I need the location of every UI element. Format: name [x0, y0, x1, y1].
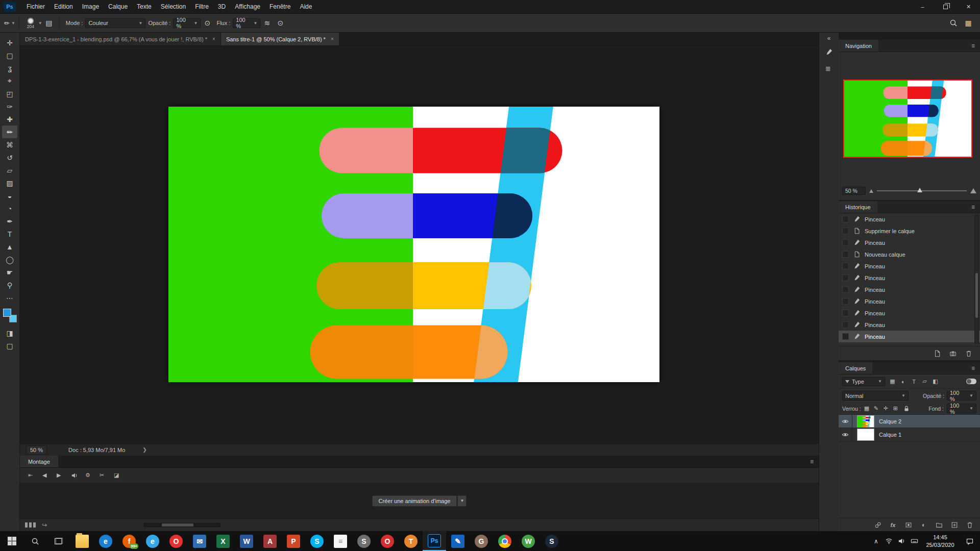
expand-panels-icon[interactable]: « [827, 35, 831, 42]
menu-item-selection[interactable]: Sélection [156, 0, 190, 14]
delete-layer-button[interactable] [965, 521, 974, 529]
menu-item-fenetre[interactable]: Fenêtre [265, 0, 295, 14]
navigator-proxy-view[interactable] [843, 80, 972, 158]
foreground-color-swatch[interactable] [3, 309, 11, 317]
blur-tool[interactable]: ◒ [2, 189, 17, 202]
menu-item-affichage[interactable]: Affichage [230, 0, 265, 14]
taskbar-app-app-red[interactable]: O [376, 531, 399, 551]
lock-artboard-icon[interactable]: ⊞ [893, 405, 900, 413]
first-frame-button[interactable]: ⇤ [25, 470, 38, 481]
history-brush-source-well[interactable] [842, 310, 849, 316]
opacity-select[interactable]: 100 % ▼ [173, 18, 201, 28]
tray-chevron-icon[interactable]: ∧ [870, 531, 883, 551]
history-brush-source-well[interactable] [842, 298, 849, 305]
quick-selection-tool[interactable]: ⌖ [2, 74, 17, 87]
filter-pixel-layers-icon[interactable]: ▦ [888, 377, 897, 386]
blend-mode-select[interactable]: Couleur ▼ [85, 18, 145, 28]
navigator-zoom-field[interactable]: 50 % [842, 187, 866, 195]
taskbar-app-internet-explorer[interactable]: e [141, 531, 164, 551]
history-state-row[interactable]: Pinceau [839, 213, 980, 225]
layer-fill-select[interactable]: 100 % ▼ [947, 404, 976, 413]
link-layers-button[interactable] [873, 521, 882, 529]
history-brush-source-well[interactable] [842, 251, 849, 258]
navigation-panel-menu-icon[interactable]: ≡ [971, 42, 975, 49]
edit-toolbar-ellipsis[interactable]: ⋯ [2, 291, 17, 304]
layer-visibility-toggle[interactable] [839, 415, 852, 428]
menu-item-filtre[interactable]: Filtre [190, 0, 213, 14]
marquee-tool[interactable]: ▢ [2, 49, 17, 62]
history-brush-source-well[interactable] [842, 263, 849, 269]
new-document-from-state-button[interactable] [933, 349, 941, 358]
zoom-tool[interactable]: ⚲ [2, 279, 17, 291]
lock-position-icon[interactable]: ✛ [884, 405, 891, 413]
quick-mask-button[interactable]: ◨ [2, 327, 17, 339]
history-state-row[interactable]: Pinceau [839, 272, 980, 284]
create-animation-dropdown[interactable]: ▼ [457, 495, 467, 507]
tab-calques[interactable]: Calques [839, 362, 872, 374]
taskbar-app-powerpoint[interactable]: P [282, 531, 305, 551]
history-state-row[interactable]: Pinceau [839, 295, 980, 307]
layer-visibility-toggle[interactable] [839, 428, 852, 441]
menu-item-3d[interactable]: 3D [213, 0, 230, 14]
filter-shape-layers-icon[interactable]: ▱ [920, 377, 929, 386]
layer-thumbnail[interactable] [857, 415, 874, 428]
collapsed-brush-settings-panel-icon[interactable]: ≣ [822, 62, 836, 74]
lock-all-icon[interactable] [903, 405, 910, 413]
taskbar-app-app-gray[interactable]: S [352, 531, 376, 551]
new-layer-button[interactable] [950, 521, 959, 529]
spot-healing-tool[interactable]: ✚ [2, 113, 17, 126]
layer-row[interactable]: Calque 2 [839, 415, 980, 428]
flow-select[interactable]: 100 % ▼ [233, 18, 260, 28]
screen-mode-button[interactable]: ▢ [2, 339, 17, 352]
history-panel-menu-icon[interactable]: ≡ [971, 204, 975, 211]
restore-button[interactable] [934, 0, 957, 14]
zoom-in-icon[interactable] [970, 188, 976, 193]
document-tab[interactable]: Sans titre-1 @ 50% (Calque 2, RVB/8) *× [221, 33, 339, 45]
zoom-out-icon[interactable] [869, 189, 873, 193]
history-state-row[interactable]: Pinceau [839, 319, 980, 331]
crop-tool[interactable]: ◰ [2, 87, 17, 100]
taskbar-app-notepad[interactable]: ≡ [329, 531, 352, 551]
play-button[interactable]: ▶ [54, 470, 67, 481]
add-mask-button[interactable] [904, 521, 913, 529]
history-state-row[interactable]: Pinceau [839, 307, 980, 319]
layer-thumbnail[interactable] [857, 429, 874, 441]
eyedropper-tool[interactable]: ✑ [2, 100, 17, 113]
menu-item-aide[interactable]: Aide [295, 0, 316, 14]
taskbar-app-app-brown[interactable]: G [470, 531, 493, 551]
history-state-row[interactable]: Pinceau [839, 260, 980, 272]
taskbar-app-skype[interactable]: S [305, 531, 329, 551]
layer-row[interactable]: Calque 1 [839, 428, 980, 441]
timeline-panel-menu-icon[interactable]: ≡ [810, 458, 814, 465]
split-clip-button[interactable]: ✂ [96, 470, 110, 481]
filter-adjustment-layers-icon[interactable]: ◐ [899, 377, 908, 386]
collapsed-brushes-panel-icon[interactable] [822, 46, 836, 58]
lasso-tool[interactable]: ʓ [2, 62, 17, 74]
timeline-settings-button[interactable]: ⚙ [82, 470, 95, 481]
document-tab[interactable]: DPS-1-3-exercice_1 - blending.psd @ 66,7… [20, 33, 221, 45]
status-menu-chevron-icon[interactable]: ❯ [142, 447, 146, 453]
clone-stamp-tool[interactable]: ⌘ [2, 138, 17, 151]
layer-style-button[interactable]: fx [889, 521, 897, 529]
taskbar-app-firefox[interactable]: f99+ [117, 531, 141, 551]
previous-frame-button[interactable]: ◀ [39, 470, 53, 481]
slider-thumb[interactable] [917, 188, 922, 192]
status-zoom-field[interactable]: 50 % [26, 445, 47, 455]
airbrush-icon[interactable]: ≋ [260, 16, 274, 30]
menu-item-calque[interactable]: Calque [104, 0, 132, 14]
toggle-brush-panel-button[interactable]: ▤ [42, 16, 56, 30]
taskbar-app-photoshop[interactable]: Ps [423, 531, 446, 551]
tool-preset-picker[interactable]: ✏ ▼ [4, 19, 15, 27]
navigator-zoom-slider[interactable] [877, 190, 967, 191]
taskbar-app-file-explorer[interactable] [70, 531, 94, 551]
transition-button[interactable]: ◪ [111, 470, 124, 481]
taskbar-app-edge[interactable]: e [94, 531, 117, 551]
canvas-document[interactable] [168, 107, 659, 382]
history-brush-source-well[interactable] [842, 274, 849, 281]
taskbar-app-app-green[interactable]: W [517, 531, 540, 551]
close-button[interactable]: ✕ [957, 0, 980, 14]
tab-close-icon[interactable]: × [331, 36, 334, 42]
brush-tool[interactable]: ✏ [2, 126, 17, 138]
menu-item-fichier[interactable]: Fichier [22, 0, 50, 14]
history-state-row[interactable]: Pinceau [839, 237, 980, 248]
